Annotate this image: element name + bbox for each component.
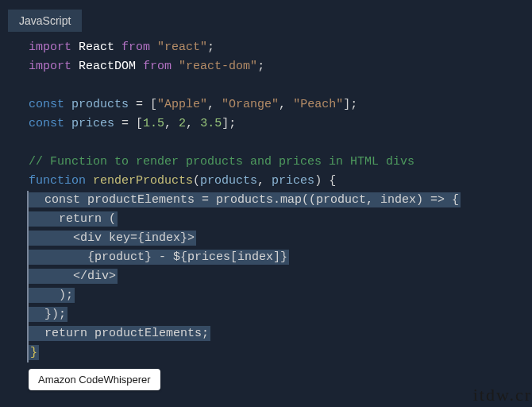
- variable-name: prices: [71, 117, 114, 130]
- number-literal: 3.5: [200, 117, 222, 130]
- suggestion-text: });: [29, 307, 67, 322]
- module-name: ReactDOM: [79, 60, 136, 73]
- suggestion-line: });: [29, 305, 532, 324]
- suggestion-text: );: [29, 288, 75, 303]
- code-line: import React from "react";: [29, 38, 532, 57]
- code-editor: import React from "react"; import ReactD…: [0, 32, 532, 362]
- keyword-const: const: [29, 117, 64, 130]
- param: products: [200, 174, 257, 188]
- function-name: renderProducts: [93, 174, 193, 188]
- string-literal: "Orange": [222, 98, 279, 111]
- param: prices: [272, 174, 314, 188]
- suggestion-line: return productElements;: [29, 324, 532, 343]
- keyword-from: from: [121, 41, 150, 54]
- suggestion-text: {product} - ${prices[index]}: [29, 250, 289, 265]
- suggestion-line: <div key={index}>: [29, 229, 532, 248]
- suggestion-text: return (: [29, 211, 118, 227]
- keyword-from: from: [143, 60, 172, 73]
- punct: ,: [186, 117, 200, 130]
- number-literal: 1.5: [143, 117, 164, 130]
- suggestion-line: }: [29, 343, 532, 362]
- punct: = [: [114, 117, 143, 130]
- suggestion-line: const productElements = products.map((pr…: [29, 191, 532, 210]
- punct: ,: [279, 98, 293, 111]
- suggestion-text: const productElements = products.map((pr…: [29, 192, 461, 207]
- keyword-import: import: [29, 60, 71, 73]
- code-line: const products = ["Apple", "Orange", "Pe…: [29, 95, 532, 114]
- suggestion-text: </div>: [29, 269, 118, 284]
- language-tab: JavaScript: [8, 10, 82, 32]
- punct: ];: [343, 98, 357, 111]
- variable-name: products: [71, 98, 129, 111]
- suggestion-line: </div>: [29, 267, 532, 286]
- punct: = [: [129, 98, 157, 111]
- string-literal: "Peach": [293, 98, 343, 111]
- punct: (: [193, 174, 200, 188]
- blank-line: [29, 76, 532, 95]
- watermark: itdw.cr: [473, 385, 532, 405]
- punct: ;: [207, 41, 214, 54]
- punct: ;: [257, 60, 264, 73]
- comment-line: // Function to render products and price…: [29, 153, 532, 172]
- suggestion-text: <div key={index}>: [29, 231, 196, 246]
- module-name: React: [79, 41, 114, 54]
- codewhisperer-badge: Amazon CodeWhisperer: [29, 369, 160, 390]
- punct: ];: [222, 117, 236, 130]
- string-literal: "Apple": [157, 98, 207, 111]
- code-line: import ReactDOM from "react-dom";: [29, 57, 532, 76]
- string-literal: "react-dom": [179, 60, 257, 73]
- suggestion-block: const productElements = products.map((pr…: [27, 191, 532, 362]
- keyword-function: function: [29, 174, 86, 188]
- suggestion-text: }: [29, 345, 39, 360]
- blank-line: [29, 134, 532, 153]
- punct: ,: [164, 117, 179, 130]
- punct: ) {: [314, 174, 336, 188]
- suggestion-line: return (: [29, 210, 532, 229]
- code-line: const prices = [1.5, 2, 3.5];: [29, 114, 532, 134]
- suggestion-line: );: [29, 286, 532, 305]
- keyword-const: const: [29, 98, 64, 111]
- punct: ,: [207, 98, 222, 111]
- string-literal: "react": [157, 41, 207, 54]
- number-literal: 2: [179, 117, 186, 130]
- suggestion-text: return productElements;: [29, 326, 210, 341]
- keyword-import: import: [29, 41, 71, 54]
- code-line: function renderProducts(products, prices…: [29, 172, 532, 191]
- punct: ,: [257, 174, 272, 188]
- suggestion-line: {product} - ${prices[index]}: [29, 248, 532, 267]
